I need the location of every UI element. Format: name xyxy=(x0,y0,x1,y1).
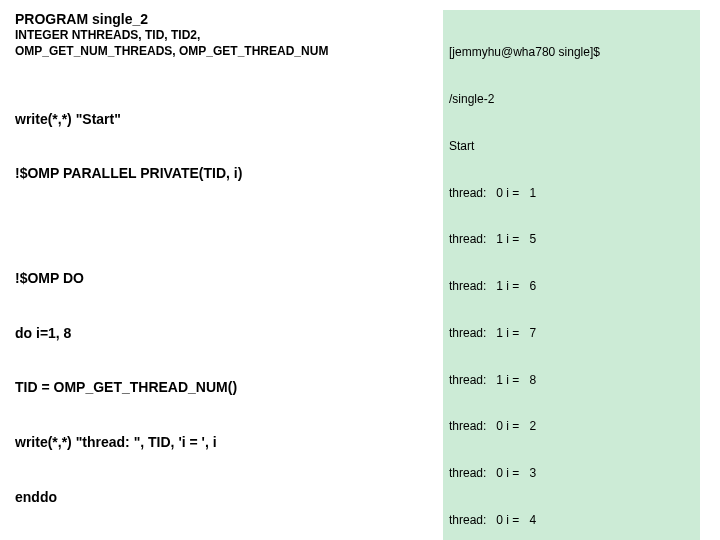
declaration-line: INTEGER NTHREADS, TID, TID2, xyxy=(15,28,435,44)
program-title: PROGRAM single_2 xyxy=(15,10,435,28)
output-line: thread: 0 i = 4 xyxy=(449,513,694,529)
code-line: do i=1, 8 xyxy=(15,324,435,342)
code-block: write(*,*) "Start" !$OMP PARALLEL PRIVAT… xyxy=(15,73,435,219)
output-line: thread: 1 i = 6 xyxy=(449,279,694,295)
code-panel: PROGRAM single_2 INTEGER NTHREADS, TID, … xyxy=(15,10,435,540)
code-line: !$OMP DO xyxy=(15,269,435,287)
output-line: Start xyxy=(449,139,694,155)
declaration-line: OMP_GET_NUM_THREADS, OMP_GET_THREAD_NUM xyxy=(15,44,435,60)
code-line: enddo xyxy=(15,488,435,506)
code-block: !$OMP DO do i=1, 8 TID = OMP_GET_THREAD_… xyxy=(15,233,435,540)
code-line: write(*,*) "Start" xyxy=(15,110,435,128)
code-line: !$OMP PARALLEL PRIVATE(TID, i) xyxy=(15,164,435,182)
output-line: thread: 0 i = 1 xyxy=(449,186,694,202)
output-line: thread: 0 i = 2 xyxy=(449,419,694,435)
output-line: /single-2 xyxy=(449,92,694,108)
slide-content: PROGRAM single_2 INTEGER NTHREADS, TID, … xyxy=(15,10,705,540)
output-panel: [jemmyhu@wha780 single]$ /single-2 Start… xyxy=(443,10,700,540)
output-line: thread: 1 i = 7 xyxy=(449,326,694,342)
output-line: [jemmyhu@wha780 single]$ xyxy=(449,45,694,61)
code-line: write(*,*) "thread: ", TID, 'i = ', i xyxy=(15,433,435,451)
code-line: TID = OMP_GET_THREAD_NUM() xyxy=(15,378,435,396)
output-line: thread: 1 i = 8 xyxy=(449,373,694,389)
output-line: thread: 1 i = 5 xyxy=(449,232,694,248)
output-line: thread: 0 i = 3 xyxy=(449,466,694,482)
